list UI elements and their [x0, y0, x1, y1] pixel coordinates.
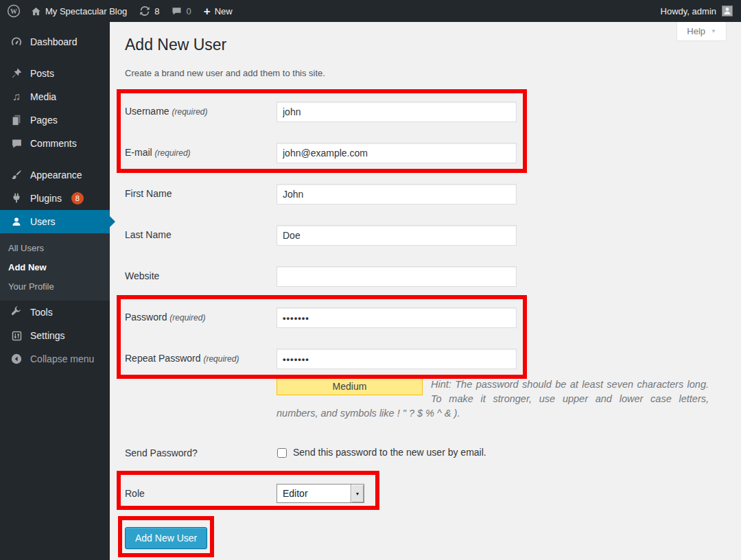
role-selected-value: Editor — [277, 488, 351, 499]
site-name: My Spectacular Blog — [45, 6, 127, 16]
username-label: Username (required) — [125, 102, 277, 122]
sidebar-item-label: Users — [30, 216, 56, 227]
help-label: Help — [687, 26, 705, 36]
username-input[interactable] — [277, 102, 517, 122]
collapse-arrow-icon — [10, 352, 23, 366]
required-suffix: (required) — [203, 354, 239, 364]
page-subtitle: Create a brand new user and add them to … — [125, 68, 727, 78]
repeat-password-label: Repeat Password (required) — [125, 349, 277, 369]
main-content: Add New User Create a brand new user and… — [110, 22, 741, 560]
sidebar-item-label: Posts — [30, 68, 54, 79]
sidebar-item-dashboard[interactable]: Dashboard — [0, 30, 110, 54]
role-label: Role — [125, 484, 277, 503]
sidebar-item-label: Appearance — [30, 170, 82, 180]
sidebar-item-settings[interactable]: Settings — [0, 324, 110, 347]
sidebar-item-posts[interactable]: Posts — [0, 62, 110, 85]
website-label: Website — [125, 266, 277, 287]
new-label: New — [215, 6, 233, 16]
paintbrush-icon — [10, 168, 23, 182]
menu-separator — [0, 54, 110, 62]
sidebar-item-label: Pages — [30, 115, 58, 126]
role-select[interactable]: Editor ▼ — [277, 484, 364, 503]
submenu-item-your-profile[interactable]: Your Profile — [0, 277, 110, 296]
sidebar-item-label: Comments — [30, 138, 77, 149]
password-strength-area: Medium Hint: The password should be at l… — [277, 377, 709, 421]
admin-sidebar: Dashboard Posts ♫ Media Pages Comments — [0, 22, 110, 560]
email-input[interactable] — [277, 143, 517, 163]
website-input[interactable] — [277, 266, 517, 287]
submenu-item-all-users[interactable]: All Users — [0, 239, 110, 258]
user-avatar[interactable] — [722, 5, 733, 16]
plus-icon: + — [204, 5, 211, 17]
new-content-menu[interactable]: + New — [198, 0, 239, 22]
required-suffix: (required) — [172, 107, 207, 117]
sidebar-item-plugins[interactable]: Plugins 8 — [0, 187, 110, 210]
plugins-update-badge: 8 — [71, 192, 84, 205]
email-row: E-mail (required) — [125, 143, 727, 163]
first-name-input[interactable] — [277, 184, 517, 205]
sidebar-item-users[interactable]: Users — [0, 210, 110, 233]
updates-icon — [139, 5, 150, 16]
update-count: 8 — [154, 6, 159, 16]
sidebar-item-label: Media — [30, 91, 56, 102]
dropdown-arrow-icon: ▼ — [351, 485, 364, 502]
sidebar-item-media[interactable]: ♫ Media — [0, 85, 110, 108]
sidebar-item-label: Plugins — [30, 193, 62, 204]
home-icon — [31, 6, 41, 16]
send-password-label: Send Password? — [125, 447, 277, 460]
submenu-item-add-new[interactable]: Add New — [0, 258, 110, 277]
sidebar-item-collapse-menu[interactable]: Collapse menu — [0, 347, 110, 371]
sidebar-item-tools[interactable]: Tools — [0, 301, 110, 324]
help-button[interactable]: Help ▼ — [677, 22, 727, 41]
password-input[interactable] — [277, 307, 517, 328]
repeat-password-row: Repeat Password (required) — [125, 349, 727, 369]
last-name-input[interactable] — [277, 225, 517, 246]
wordpress-logo-icon: W — [7, 4, 21, 18]
media-icon: ♫ — [10, 90, 23, 104]
send-password-row: Send Password? Send this password to the… — [125, 447, 727, 460]
sidebar-item-comments[interactable]: Comments — [0, 132, 110, 155]
first-name-label: First Name — [125, 184, 277, 205]
comment-bubble-icon — [172, 6, 182, 16]
first-name-row: First Name — [125, 184, 727, 205]
send-password-checkbox[interactable] — [277, 448, 287, 458]
plug-icon — [10, 191, 23, 205]
password-label: Password (required) — [125, 307, 277, 328]
website-row: Website — [125, 266, 727, 287]
comments-icon — [10, 137, 23, 150]
settings-sliders-icon — [10, 329, 23, 342]
howdy-text[interactable]: Howdy, admin — [661, 6, 716, 16]
sidebar-item-label: Collapse menu — [30, 353, 94, 364]
page-title: Add New User — [125, 34, 727, 55]
add-user-form: Username (required) E-mail (required) Fi… — [125, 102, 727, 549]
last-name-label: Last Name — [125, 225, 277, 246]
password-strength-meter: Medium — [277, 377, 423, 395]
send-password-checkbox-label: Send this password to the new user by em… — [293, 447, 486, 458]
sidebar-item-appearance[interactable]: Appearance — [0, 163, 110, 187]
dashboard-icon — [10, 35, 23, 49]
sidebar-item-pages[interactable]: Pages — [0, 108, 110, 132]
users-submenu: All Users Add New Your Profile — [0, 233, 110, 301]
svg-text:W: W — [10, 8, 17, 15]
role-row: Role Editor ▼ — [125, 484, 727, 503]
sidebar-item-label: Settings — [30, 330, 65, 341]
send-password-field: Send this password to the new user by em… — [277, 447, 486, 460]
updates-link[interactable]: 8 — [133, 0, 165, 22]
site-link[interactable]: My Spectacular Blog — [25, 0, 133, 22]
menu-separator — [0, 155, 110, 163]
wrench-icon — [10, 305, 23, 319]
comments-link[interactable]: 0 — [165, 0, 197, 22]
repeat-password-input[interactable] — [277, 349, 517, 369]
admin-bar: W My Spectacular Blog 8 0 + New How — [0, 0, 741, 22]
comment-count: 0 — [186, 6, 191, 16]
required-suffix: (required) — [169, 313, 205, 323]
pushpin-icon — [10, 67, 23, 80]
add-new-user-button[interactable]: Add New User — [125, 527, 207, 549]
sidebar-item-label: Tools — [30, 307, 53, 318]
username-row: Username (required) — [125, 102, 727, 122]
email-label: E-mail (required) — [125, 143, 277, 163]
chevron-down-icon: ▼ — [711, 28, 716, 34]
sidebar-item-label: Dashboard — [30, 36, 78, 47]
last-name-row: Last Name — [125, 225, 727, 246]
wordpress-menu[interactable]: W — [0, 0, 25, 22]
